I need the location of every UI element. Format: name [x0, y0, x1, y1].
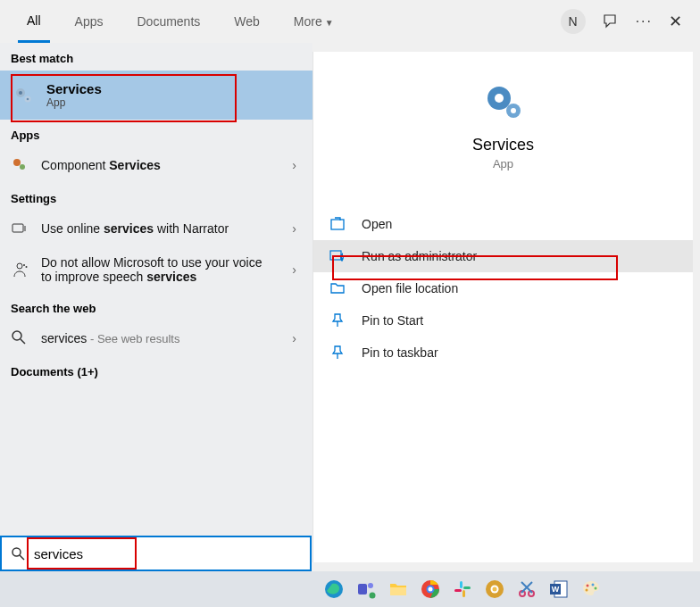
taskbar-chrome-icon[interactable]	[418, 577, 443, 602]
narrator-icon	[11, 220, 29, 237]
feedback-icon[interactable]	[602, 12, 620, 30]
best-match-result[interactable]: Services App	[0, 71, 312, 120]
taskbar-word-icon[interactable]: W	[546, 577, 571, 602]
component-services-icon	[11, 156, 29, 174]
web-result[interactable]: services - See web results ›	[0, 320, 312, 356]
svg-rect-17	[330, 251, 341, 260]
tab-all[interactable]: All	[18, 1, 50, 43]
tab-web[interactable]: Web	[225, 2, 269, 41]
svg-rect-16	[331, 220, 344, 229]
svg-point-3	[27, 97, 29, 100]
svg-rect-29	[463, 586, 471, 589]
action-run-as-admin[interactable]: Run as administrator	[313, 240, 693, 272]
svg-point-13	[495, 94, 504, 103]
app-result-component-services[interactable]: Component Services ›	[0, 147, 312, 183]
best-match-subtitle: App	[46, 96, 102, 109]
taskbar: W	[0, 571, 700, 607]
preview-subtitle: App	[313, 157, 693, 170]
folder-icon	[329, 280, 346, 296]
svg-point-34	[493, 587, 497, 592]
svg-point-40	[587, 585, 589, 587]
admin-shield-icon	[329, 248, 346, 264]
action-open-file-location[interactable]: Open file location	[313, 272, 693, 304]
svg-rect-24	[390, 587, 406, 595]
svg-point-5	[20, 164, 25, 170]
tab-more[interactable]: More▼	[285, 2, 343, 41]
chevron-right-icon: ›	[292, 262, 296, 277]
svg-point-41	[592, 584, 595, 586]
chevron-right-icon: ›	[292, 331, 296, 345]
action-open[interactable]: Open	[313, 208, 693, 240]
action-label: Pin to taskbar	[362, 345, 438, 360]
pin-icon	[329, 345, 346, 361]
chevron-right-icon: ›	[292, 158, 296, 172]
svg-point-4	[13, 159, 21, 166]
svg-point-23	[370, 593, 376, 599]
setting-result-narrator[interactable]: Use online services with Narrator ›	[0, 211, 312, 246]
gears-icon	[12, 85, 34, 106]
action-pin-to-start[interactable]: Pin to Start	[313, 304, 693, 337]
svg-point-9	[26, 266, 28, 268]
taskbar-explorer-icon[interactable]	[386, 577, 411, 602]
setting-result-voice[interactable]: Do not allow Microsoft to use your voice…	[0, 246, 312, 293]
taskbar-teams-icon[interactable]	[354, 577, 379, 602]
taskbar-edge-icon[interactable]	[321, 577, 346, 602]
svg-rect-30	[462, 590, 465, 597]
action-label: Pin to Start	[362, 313, 423, 328]
preview-title: Services	[313, 136, 693, 154]
documents-header: Documents (1+)	[0, 356, 312, 384]
gears-icon	[479, 79, 528, 127]
search-icon	[11, 329, 29, 347]
results-panel: Best match Services App Apps Component S…	[0, 43, 312, 562]
svg-point-22	[368, 583, 373, 588]
svg-rect-31	[454, 589, 462, 592]
taskbar-paint-icon[interactable]	[579, 577, 604, 602]
web-result-label: services - See web results	[41, 331, 302, 345]
svg-rect-21	[358, 584, 367, 595]
chevron-right-icon: ›	[292, 221, 296, 236]
action-label: Open file location	[362, 281, 458, 295]
action-label: Run as administrator	[362, 249, 477, 263]
svg-line-19	[20, 555, 24, 560]
best-match-title: Services	[46, 81, 102, 96]
open-icon	[329, 216, 346, 232]
svg-line-11	[21, 339, 25, 344]
svg-point-43	[586, 589, 588, 592]
best-match-header: Best match	[0, 43, 312, 71]
chevron-down-icon: ▼	[325, 18, 334, 28]
taskbar-slack-icon[interactable]	[450, 577, 475, 602]
action-pin-to-taskbar[interactable]: Pin to taskbar	[313, 337, 693, 369]
search-icon	[11, 546, 25, 561]
user-avatar[interactable]: N	[561, 9, 586, 34]
app-result-label: Component Services	[41, 158, 302, 172]
svg-point-7	[17, 263, 22, 269]
setting-result-label: Do not allow Microsoft to use your voice…	[41, 255, 302, 284]
svg-point-1	[19, 91, 22, 95]
web-header: Search the web	[0, 293, 312, 320]
svg-point-15	[511, 108, 516, 113]
svg-point-27	[429, 587, 433, 592]
preview-panel: Services App Open Run as administrator	[312, 52, 693, 562]
tab-documents[interactable]: Documents	[128, 2, 209, 41]
close-button[interactable]: ✕	[669, 12, 682, 31]
settings-header: Settings	[0, 183, 312, 211]
apps-header: Apps	[0, 120, 312, 147]
svg-point-18	[12, 548, 21, 556]
tab-apps[interactable]: Apps	[66, 2, 112, 41]
setting-result-label: Use online services with Narrator	[41, 221, 302, 236]
voice-icon	[11, 261, 29, 279]
svg-point-10	[12, 331, 21, 340]
svg-point-42	[595, 587, 597, 590]
svg-rect-28	[460, 581, 462, 588]
search-bar[interactable]	[0, 536, 312, 571]
action-label: Open	[362, 217, 392, 231]
svg-point-8	[23, 264, 25, 266]
search-filter-tabs: All Apps Documents Web More▼ N ··· ✕	[0, 0, 700, 43]
svg-rect-6	[12, 224, 23, 232]
pin-icon	[329, 312, 346, 328]
more-options-button[interactable]: ···	[636, 13, 653, 29]
search-input[interactable]	[32, 545, 301, 562]
taskbar-snip-icon[interactable]	[514, 577, 539, 602]
svg-text:W: W	[552, 585, 560, 594]
taskbar-chrome-canary-icon[interactable]	[482, 577, 507, 602]
